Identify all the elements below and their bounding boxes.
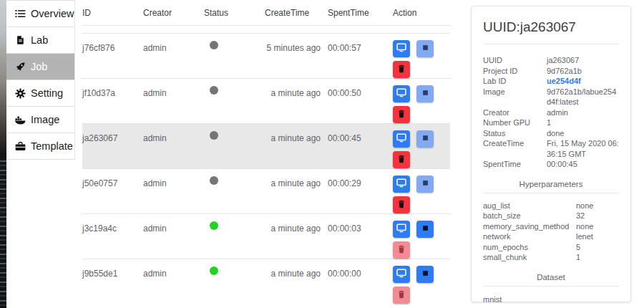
cell-id: jf10d37a bbox=[82, 79, 143, 123]
table-header-row: IDCreatorStatusCreateTimeSpentTimeAction bbox=[82, 0, 450, 26]
detail-info-label: Lab ID bbox=[483, 76, 547, 87]
job-table: IDCreatorStatusCreateTimeSpentTimeAction… bbox=[82, 0, 450, 304]
status-dot bbox=[210, 131, 218, 140]
sidebar-item-image[interactable]: Image bbox=[6, 107, 74, 133]
toolbox-icon bbox=[14, 141, 26, 151]
delete-job-button[interactable] bbox=[393, 106, 410, 123]
hyperparameter-label: batch_size bbox=[483, 211, 576, 221]
stop-job-button[interactable] bbox=[416, 266, 434, 283]
dataset-value: mnist bbox=[483, 295, 619, 304]
delete-job-button[interactable] bbox=[393, 151, 410, 168]
table-row[interactable]: j9b55de1 admin a minute ago 00:00:00 bbox=[82, 259, 450, 304]
list-icon bbox=[14, 9, 26, 19]
detail-info-value: Fri, 15 May 2020 06:36:15 GMT bbox=[547, 138, 619, 159]
cell-status bbox=[204, 124, 265, 168]
stop-icon bbox=[421, 178, 430, 190]
status-dot bbox=[210, 41, 218, 49]
cell-id: j3c19a4c bbox=[82, 214, 143, 259]
monitor-job-button[interactable] bbox=[393, 130, 410, 148]
table-row[interactable]: j50e0757 admin a minute ago 00:00:29 bbox=[82, 169, 450, 214]
gear-icon bbox=[14, 88, 26, 99]
sidebar-item-overview[interactable]: Overview bbox=[6, 1, 74, 27]
hyperparameter-value: lenet bbox=[576, 231, 619, 242]
hyperparameter-value: 5 bbox=[576, 242, 619, 253]
stop-icon bbox=[421, 88, 430, 100]
hyperparameter-label: small_chunk bbox=[483, 252, 576, 263]
cell-spenttime: 00:00:00 bbox=[321, 259, 389, 304]
delete-job-button[interactable] bbox=[393, 196, 410, 213]
sidebar-item-label: Image bbox=[31, 114, 59, 125]
status-dot bbox=[210, 221, 218, 230]
stop-icon bbox=[421, 223, 430, 235]
action-button-group bbox=[393, 85, 450, 123]
delete-job-button[interactable] bbox=[393, 241, 410, 259]
detail-info-value: 1 bbox=[547, 117, 619, 128]
file-icon bbox=[14, 35, 26, 45]
hyperparameter-value: 1 bbox=[576, 252, 619, 263]
monitor-job-button[interactable] bbox=[393, 85, 410, 102]
stop-icon bbox=[421, 269, 430, 280]
column-header-spenttime: SpentTime bbox=[321, 8, 389, 18]
action-button-group bbox=[393, 266, 450, 304]
cell-actions bbox=[389, 169, 450, 213]
sidebar-item-template[interactable]: Template bbox=[6, 133, 74, 160]
cell-spenttime: 00:00:57 bbox=[321, 34, 389, 78]
monitor-job-button[interactable] bbox=[393, 266, 410, 283]
cell-actions bbox=[389, 214, 450, 259]
stop-job-button[interactable] bbox=[416, 221, 434, 238]
cell-creator: admin bbox=[143, 214, 204, 259]
monitor-job-button[interactable] bbox=[393, 221, 410, 238]
monitor-icon bbox=[396, 223, 406, 235]
cell-createtime: a minute ago bbox=[265, 124, 321, 168]
cell-status bbox=[204, 79, 265, 123]
table-row[interactable]: jf10d37a admin a minute ago 00:00:50 bbox=[82, 79, 450, 124]
cell-creator: admin bbox=[143, 259, 204, 304]
sidebar-item-label: Overview bbox=[31, 8, 74, 19]
detail-info-value: 9d762a1b/labue254d4f:latest bbox=[547, 87, 619, 107]
stop-job-button[interactable] bbox=[416, 85, 434, 102]
hyperparameters-divider bbox=[483, 193, 619, 193]
detail-info-list: UUID ja263067 Project ID 9d762a1b Lab ID… bbox=[483, 55, 619, 170]
status-dot bbox=[210, 176, 218, 185]
monitor-job-button[interactable] bbox=[393, 40, 410, 57]
status-dot bbox=[210, 86, 218, 95]
detail-info-row: Creator admin bbox=[483, 107, 619, 118]
action-button-group bbox=[393, 130, 450, 168]
sidebar-item-job[interactable]: Job bbox=[6, 54, 74, 80]
hyperparameter-row: num_epochs 5 bbox=[483, 242, 619, 253]
stop-job-button[interactable] bbox=[416, 175, 434, 193]
cell-id: j50e0757 bbox=[82, 169, 143, 213]
app-window: Overview Lab Job Setting Image Template … bbox=[0, 0, 644, 308]
detail-info-label: SpentTime bbox=[483, 159, 547, 170]
lab-id-link[interactable]: ue254d4f bbox=[547, 76, 619, 87]
monitor-icon bbox=[396, 88, 406, 100]
cell-status bbox=[204, 34, 265, 78]
detail-info-value: 9d762a1b bbox=[547, 66, 619, 77]
detail-info-label: Number GPU bbox=[483, 117, 547, 128]
hyperparameters-section-title: Hyperparameters bbox=[483, 180, 619, 188]
detail-info-row: Lab ID ue254d4f bbox=[483, 76, 619, 87]
cell-status bbox=[204, 169, 265, 213]
cell-spenttime: 00:00:03 bbox=[321, 214, 389, 259]
stop-job-button[interactable] bbox=[416, 130, 434, 148]
sidebar-item-label: Setting bbox=[31, 87, 63, 99]
hyperparameter-label: memory_saving_method bbox=[483, 221, 576, 232]
sidebar-item-label: Template bbox=[31, 140, 73, 152]
trash-icon bbox=[397, 200, 406, 211]
table-row[interactable]: j3c19a4c admin a minute ago 00:00:03 bbox=[82, 214, 450, 259]
monitor-job-button[interactable] bbox=[393, 175, 410, 193]
table-row[interactable]: j76cf876 admin 5 minutes ago 00:00:57 bbox=[82, 34, 450, 79]
column-header-status: Status bbox=[204, 8, 265, 18]
delete-job-button[interactable] bbox=[393, 61, 410, 78]
table-row[interactable]: ja263067 admin a minute ago 00:00:45 bbox=[82, 124, 450, 169]
sidebar-item-lab[interactable]: Lab bbox=[6, 27, 74, 54]
delete-job-button[interactable] bbox=[393, 287, 410, 304]
cell-creator: admin bbox=[143, 34, 204, 78]
stop-job-button[interactable] bbox=[416, 40, 434, 57]
sidebar-item-setting[interactable]: Setting bbox=[6, 80, 74, 107]
cell-createtime: a minute ago bbox=[265, 79, 321, 123]
dataset-divider bbox=[483, 286, 619, 287]
monitor-icon bbox=[396, 133, 406, 145]
detail-title: UUID:ja263067 bbox=[483, 19, 619, 35]
hyperparameters-list: aug_list none batch_size 32 memory_savin… bbox=[483, 201, 619, 263]
